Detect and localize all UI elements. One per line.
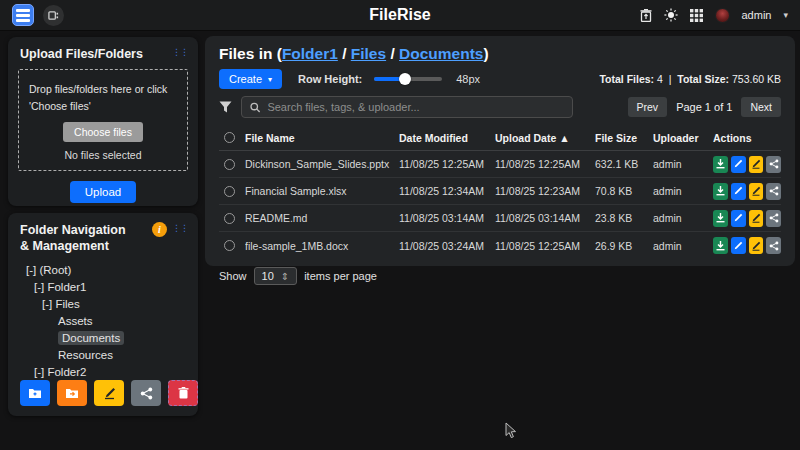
tree-item-documents-selected[interactable]: Documents (16, 330, 190, 347)
user-avatar[interactable] (715, 8, 730, 23)
mouse-cursor (505, 422, 517, 443)
breadcrumb-folder1[interactable]: Folder1 (282, 45, 338, 62)
trash-icon (178, 387, 189, 399)
file-name[interactable]: README.md (245, 212, 399, 224)
edit-button[interactable] (731, 183, 746, 200)
slider-thumb[interactable] (399, 73, 411, 85)
search-row: Prev Page 1 of 1 Next (205, 91, 795, 120)
download-icon (716, 186, 725, 196)
col-date-modified[interactable]: Date Modified (399, 132, 495, 144)
pencil-icon (103, 387, 116, 400)
select-all-checkbox[interactable] (224, 132, 235, 143)
share-folder-button[interactable] (131, 380, 161, 406)
view-toggle-button[interactable] (43, 5, 64, 26)
pagination: Prev Page 1 of 1 Next (628, 97, 781, 117)
row-actions (713, 210, 781, 227)
file-name[interactable]: file-sample_1MB.docx (245, 240, 399, 252)
drag-handle-icon[interactable]: ⋮⋮ (172, 222, 188, 233)
file-size: 70.8 KB (595, 185, 653, 197)
pencil-icon (751, 241, 761, 251)
user-menu-caret-icon[interactable]: ▾ (783, 10, 788, 20)
download-button[interactable] (713, 237, 728, 254)
info-icon[interactable]: i (152, 222, 167, 237)
next-page-button[interactable]: Next (741, 97, 781, 117)
download-button[interactable] (713, 210, 728, 227)
date-modified: 11/08/25 03:14AM (399, 212, 495, 224)
breadcrumb-documents[interactable]: Documents (399, 45, 483, 62)
tree-item-files[interactable]: [-] Files (16, 296, 190, 313)
user-name[interactable]: admin (742, 9, 772, 21)
row-checkbox[interactable] (224, 213, 235, 224)
tree-item-folder2[interactable]: [-] Folder2 (16, 364, 190, 381)
file-dropzone[interactable]: Drop files/folders here or click 'Choose… (18, 69, 188, 171)
sidebar-layout-icon (48, 10, 59, 21)
file-table: File Name Date Modified Upload Date ▲ Fi… (219, 125, 781, 259)
rename-tag-button[interactable] (749, 210, 764, 227)
choose-files-button[interactable]: Choose files (63, 122, 143, 142)
filter-icon[interactable] (219, 101, 232, 113)
col-file-name[interactable]: File Name (245, 132, 399, 144)
folder-plus-icon (28, 387, 42, 399)
rename-folder-button[interactable] (94, 380, 124, 406)
app-logo-menu-icon[interactable] (12, 4, 34, 26)
col-file-size[interactable]: File Size (595, 132, 653, 144)
row-checkbox[interactable] (224, 186, 235, 197)
show-label: Show (219, 270, 247, 282)
create-folder-button[interactable] (20, 380, 50, 406)
share-button[interactable] (766, 237, 781, 254)
rename-tag-button[interactable] (749, 183, 764, 200)
trash-button[interactable] (640, 9, 652, 22)
totals-summary: Total Files: 4 | Total Size: 753.60 KB (599, 73, 781, 85)
tree-item-folder1[interactable]: [-] Folder1 (16, 279, 190, 296)
rename-tag-button[interactable] (749, 156, 764, 173)
delete-folder-button[interactable] (168, 380, 198, 406)
breadcrumb-files[interactable]: Files (351, 45, 386, 62)
row-actions (713, 183, 781, 200)
create-button[interactable]: Create ▾ (219, 69, 282, 89)
file-name[interactable]: Financial Sample.xlsx (245, 185, 399, 197)
pencil-icon (733, 159, 743, 169)
folder-card-title: Folder Navigation & Management (20, 222, 138, 255)
share-icon (769, 213, 779, 223)
top-header: FileRise (0, 0, 800, 31)
rename-tag-button[interactable] (749, 237, 764, 254)
file-size: 23.8 KB (595, 212, 653, 224)
row-height-slider[interactable] (374, 77, 442, 81)
apps-grid-button[interactable] (690, 9, 703, 22)
download-button[interactable] (713, 183, 728, 200)
file-name[interactable]: Dickinson_Sample_Slides.pptx (245, 158, 399, 170)
uploader: admin (653, 185, 713, 197)
download-button[interactable] (713, 156, 728, 173)
share-button[interactable] (766, 183, 781, 200)
folder-tree: [-] (Root) [-] Folder1 [-] Files Assets … (8, 259, 198, 398)
theme-toggle-button[interactable] (664, 8, 678, 22)
row-actions (713, 237, 781, 254)
col-uploader[interactable]: Uploader (653, 132, 713, 144)
date-modified: 11/08/25 12:25AM (399, 158, 495, 170)
items-per-page-label: items per page (304, 270, 377, 282)
row-checkbox[interactable] (224, 240, 235, 251)
items-per-page-select[interactable]: 10 ⇕ (254, 267, 298, 285)
share-button[interactable] (766, 156, 781, 173)
date-modified: 11/08/25 03:24AM (399, 240, 495, 252)
prev-page-button[interactable]: Prev (628, 97, 668, 117)
search-input[interactable] (267, 101, 564, 113)
edit-button[interactable] (731, 210, 746, 227)
tree-item-assets[interactable]: Assets (16, 313, 190, 330)
col-upload-date-sorted[interactable]: Upload Date ▲ (495, 132, 595, 144)
drag-handle-icon[interactable]: ⋮⋮ (172, 46, 188, 57)
table-row[interactable]: README.md 11/08/25 03:14AM 11/08/25 03:1… (219, 205, 781, 232)
share-button[interactable] (766, 210, 781, 227)
edit-button[interactable] (731, 237, 746, 254)
tree-item-resources[interactable]: Resources (16, 347, 190, 364)
tree-item-root[interactable]: [-] (Root) (16, 262, 190, 279)
row-checkbox[interactable] (224, 159, 235, 170)
table-row[interactable]: Financial Sample.xlsx 11/08/25 12:34AM 1… (219, 178, 781, 205)
upload-button[interactable]: Upload (70, 181, 136, 203)
table-row[interactable]: file-sample_1MB.docx 11/08/25 03:24AM 11… (219, 232, 781, 259)
table-row[interactable]: Dickinson_Sample_Slides.pptx 11/08/25 12… (219, 151, 781, 178)
move-folder-button[interactable] (57, 380, 87, 406)
page-title: Files in (Folder1 / Files / Documents) (205, 36, 795, 65)
edit-button[interactable] (731, 156, 746, 173)
share-icon (769, 186, 779, 196)
